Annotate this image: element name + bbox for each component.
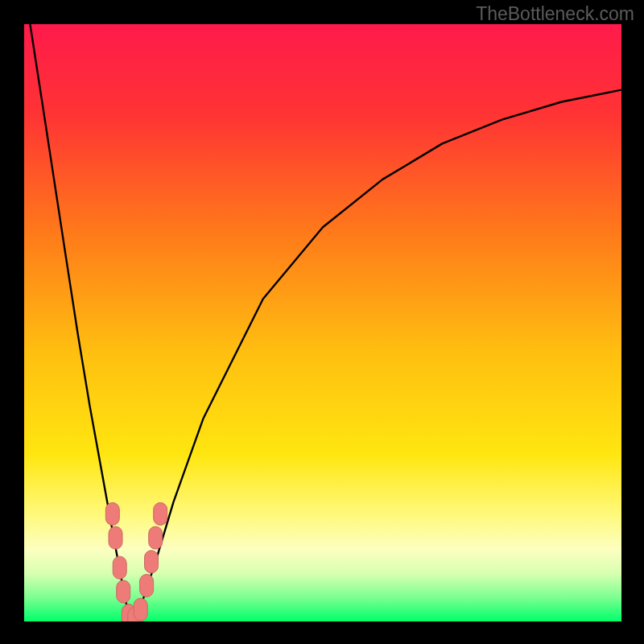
bottleneck-chart-svg <box>0 0 644 644</box>
curve-marker <box>140 575 154 597</box>
curve-marker <box>154 502 167 525</box>
curve-marker <box>109 526 122 549</box>
curve-marker <box>149 526 163 549</box>
curve-marker <box>117 580 130 603</box>
curve-marker <box>145 551 159 573</box>
curve-marker <box>134 598 147 621</box>
chart-stage: TheBottleneck.com <box>0 0 644 644</box>
curve-marker <box>105 502 119 525</box>
curve-marker <box>113 556 126 579</box>
